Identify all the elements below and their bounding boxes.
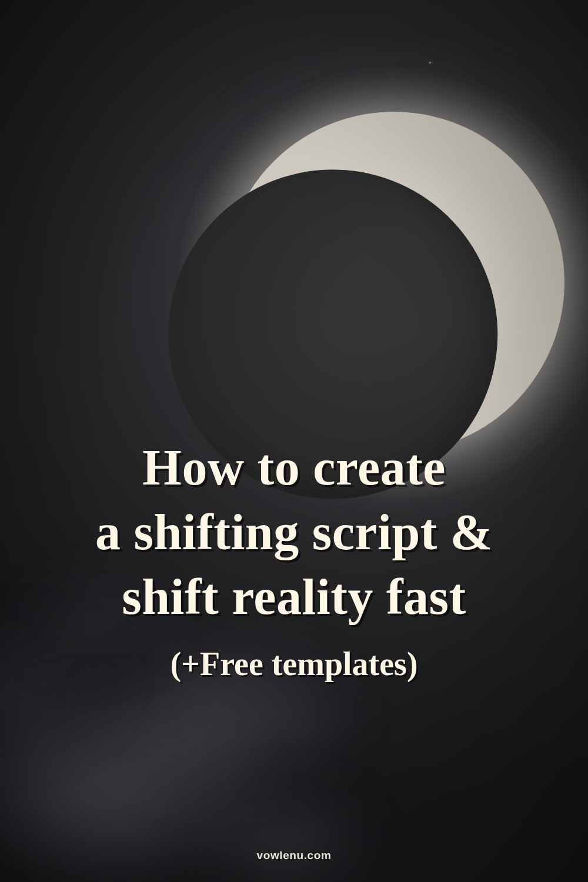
title-line-1: How to create: [142, 439, 446, 496]
footer-credit: vowlenu.com: [0, 849, 588, 862]
star-icon: [429, 62, 431, 64]
title-line-3: shift reality fast: [122, 569, 466, 625]
main-title: How to create a shifting script & shift …: [24, 435, 564, 629]
title-line-2: a shifting script &: [95, 504, 493, 560]
text-overlay: How to create a shifting script & shift …: [0, 435, 588, 684]
subtitle: (+Free templates): [24, 644, 564, 684]
